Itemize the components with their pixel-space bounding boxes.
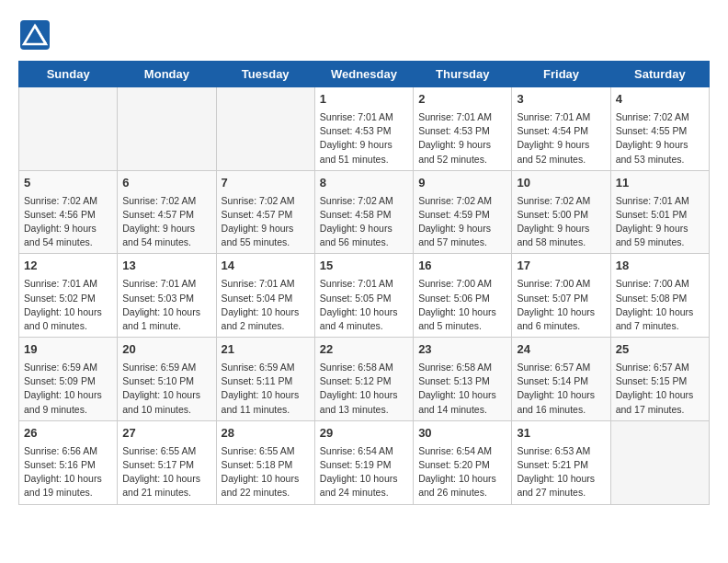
day-info: Sunrise: 6:57 AM [517,361,605,374]
day-number: 23 [418,341,506,359]
calendar-cell: 12Sunrise: 7:01 AMSunset: 5:02 PMDayligh… [19,254,118,338]
day-info: Sunset: 5:11 PM [222,374,310,388]
day-number: 27 [122,425,210,442]
day-info: Daylight: 10 hours and 13 minutes. [320,388,408,416]
weekday-header-friday: Friday [512,62,610,87]
calendar-cell: 1Sunrise: 7:01 AMSunset: 4:53 PMDaylight… [314,87,413,171]
day-number: 11 [616,175,704,192]
calendar-cell: 15Sunrise: 7:01 AMSunset: 5:05 PMDayligh… [314,254,413,338]
calendar-cell: 28Sunrise: 6:55 AMSunset: 5:18 PMDayligh… [216,420,314,504]
day-info: Sunrise: 7:02 AM [122,194,210,208]
day-info: Daylight: 10 hours and 16 minutes. [517,388,605,416]
day-info: Sunrise: 6:58 AM [418,361,506,374]
day-number: 7 [222,175,310,192]
calendar-cell: 10Sunrise: 7:02 AMSunset: 5:00 PMDayligh… [512,170,610,254]
day-info: Sunrise: 7:02 AM [517,194,605,208]
day-info: Sunrise: 7:01 AM [24,277,112,291]
day-number: 8 [320,175,408,192]
calendar-cell: 30Sunrise: 6:54 AMSunset: 5:20 PMDayligh… [414,420,512,504]
calendar-cell: 19Sunrise: 6:59 AMSunset: 5:09 PMDayligh… [19,338,118,421]
day-number: 24 [517,341,605,359]
day-info: Daylight: 9 hours and 52 minutes. [517,138,605,166]
calendar-cell: 27Sunrise: 6:55 AMSunset: 5:17 PMDayligh… [118,420,216,504]
weekday-header-tuesday: Tuesday [216,62,314,87]
day-info: Sunset: 5:02 PM [24,292,112,305]
weekday-header-saturday: Saturday [610,62,709,87]
day-info: Daylight: 9 hours and 54 minutes. [24,222,112,249]
weekday-header-thursday: Thursday [414,62,512,87]
calendar-cell: 25Sunrise: 6:57 AMSunset: 5:15 PMDayligh… [610,338,709,421]
day-number: 26 [24,425,112,442]
day-number: 21 [222,341,310,359]
day-info: Sunset: 5:09 PM [24,374,112,388]
calendar-cell: 31Sunrise: 6:53 AMSunset: 5:21 PMDayligh… [512,420,610,504]
day-info: Sunset: 5:08 PM [616,292,704,305]
day-info: Sunrise: 7:02 AM [222,194,310,208]
day-info: Daylight: 9 hours and 59 minutes. [616,222,704,249]
day-info: Sunset: 4:54 PM [517,124,605,138]
day-info: Daylight: 10 hours and 4 minutes. [320,305,408,333]
day-info: Daylight: 10 hours and 17 minutes. [616,388,704,416]
calendar-cell: 24Sunrise: 6:57 AMSunset: 5:14 PMDayligh… [512,338,610,421]
calendar-cell: 21Sunrise: 6:59 AMSunset: 5:11 PMDayligh… [216,338,314,421]
day-number: 17 [517,258,605,275]
calendar-cell: 18Sunrise: 7:00 AMSunset: 5:08 PMDayligh… [610,254,709,338]
day-info: Sunset: 5:21 PM [517,458,605,472]
day-number: 25 [616,341,704,359]
day-info: Sunrise: 6:54 AM [320,444,408,458]
day-info: Sunset: 5:20 PM [418,458,506,472]
calendar-cell: 17Sunrise: 7:00 AMSunset: 5:07 PMDayligh… [512,254,610,338]
day-info: Sunset: 4:58 PM [320,208,408,222]
day-info: Sunset: 5:14 PM [517,374,605,388]
day-number: 13 [122,258,210,275]
day-number: 20 [122,341,210,359]
weekday-header-sunday: Sunday [19,62,118,87]
day-info: Sunrise: 6:58 AM [320,361,408,374]
calendar-cell: 20Sunrise: 6:59 AMSunset: 5:10 PMDayligh… [118,338,216,421]
day-info: Sunrise: 7:01 AM [616,194,704,208]
day-info: Sunset: 5:19 PM [320,458,408,472]
day-info: Daylight: 10 hours and 27 minutes. [517,472,605,500]
day-number: 12 [24,258,112,275]
day-info: Sunrise: 7:02 AM [320,194,408,208]
day-info: Sunset: 5:12 PM [320,374,408,388]
calendar-cell: 13Sunrise: 7:01 AMSunset: 5:03 PMDayligh… [118,254,216,338]
day-info: Daylight: 9 hours and 54 minutes. [122,222,210,249]
day-number: 29 [320,425,408,442]
day-number: 19 [24,341,112,359]
day-info: Daylight: 10 hours and 7 minutes. [616,305,704,333]
calendar-cell: 8Sunrise: 7:02 AMSunset: 4:58 PMDaylight… [314,170,413,254]
day-info: Daylight: 10 hours and 19 minutes. [24,472,112,500]
day-info: Sunrise: 7:00 AM [616,277,704,291]
day-info: Daylight: 9 hours and 57 minutes. [418,222,506,249]
day-info: Sunrise: 6:55 AM [222,444,310,458]
day-info: Sunset: 4:59 PM [418,208,506,222]
day-info: Daylight: 10 hours and 21 minutes. [122,472,210,500]
day-info: Sunrise: 7:00 AM [418,277,506,291]
calendar-cell: 9Sunrise: 7:02 AMSunset: 4:59 PMDaylight… [414,170,512,254]
day-info: Sunset: 4:57 PM [122,208,210,222]
day-info: Sunset: 4:53 PM [418,124,506,138]
day-info: Sunset: 5:07 PM [517,292,605,305]
day-info: Daylight: 10 hours and 22 minutes. [222,472,310,500]
calendar-cell: 3Sunrise: 7:01 AMSunset: 4:54 PMDaylight… [512,87,610,171]
day-info: Daylight: 10 hours and 6 minutes. [517,305,605,333]
day-info: Sunrise: 6:56 AM [24,444,112,458]
day-info: Daylight: 10 hours and 5 minutes. [418,305,506,333]
calendar-cell [19,87,118,171]
day-info: Daylight: 10 hours and 14 minutes. [418,388,506,416]
day-info: Daylight: 9 hours and 52 minutes. [418,138,506,166]
day-info: Sunset: 5:13 PM [418,374,506,388]
day-info: Sunrise: 7:01 AM [222,277,310,291]
day-info: Sunset: 5:10 PM [122,374,210,388]
day-number: 2 [418,91,506,109]
day-number: 3 [517,91,605,109]
logo [18,18,55,52]
day-info: Sunset: 5:18 PM [222,458,310,472]
day-info: Sunset: 5:01 PM [616,208,704,222]
day-info: Daylight: 10 hours and 2 minutes. [222,305,310,333]
day-info: Sunrise: 7:02 AM [24,194,112,208]
calendar-cell: 23Sunrise: 6:58 AMSunset: 5:13 PMDayligh… [414,338,512,421]
calendar-cell: 6Sunrise: 7:02 AMSunset: 4:57 PMDaylight… [118,170,216,254]
day-info: Sunrise: 6:54 AM [418,444,506,458]
